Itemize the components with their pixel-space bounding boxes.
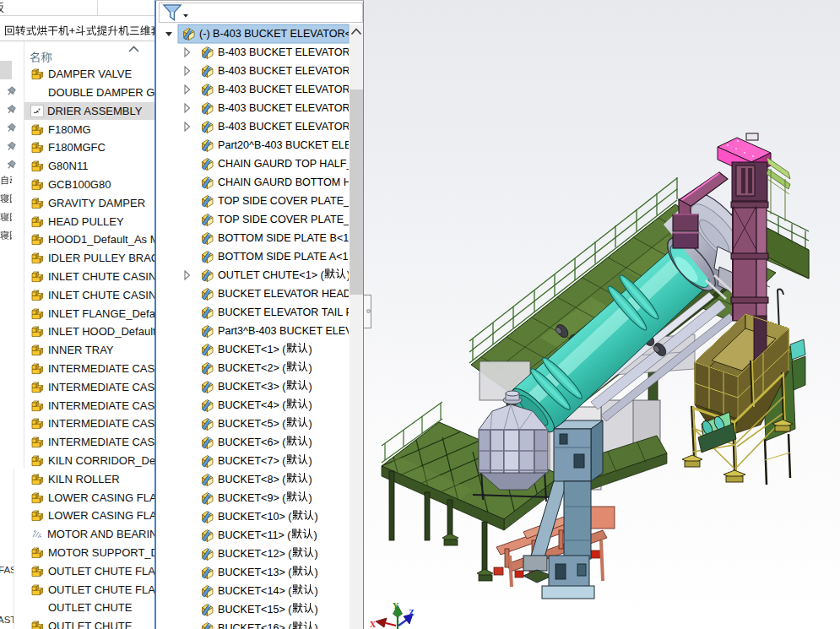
svg-text:Y: Y bbox=[393, 601, 399, 610]
svg-text:ASTEN: ASTEN bbox=[0, 615, 30, 625]
svg-text:Z: Z bbox=[409, 608, 415, 617]
svg-text:FASTE: FASTE bbox=[0, 565, 30, 575]
